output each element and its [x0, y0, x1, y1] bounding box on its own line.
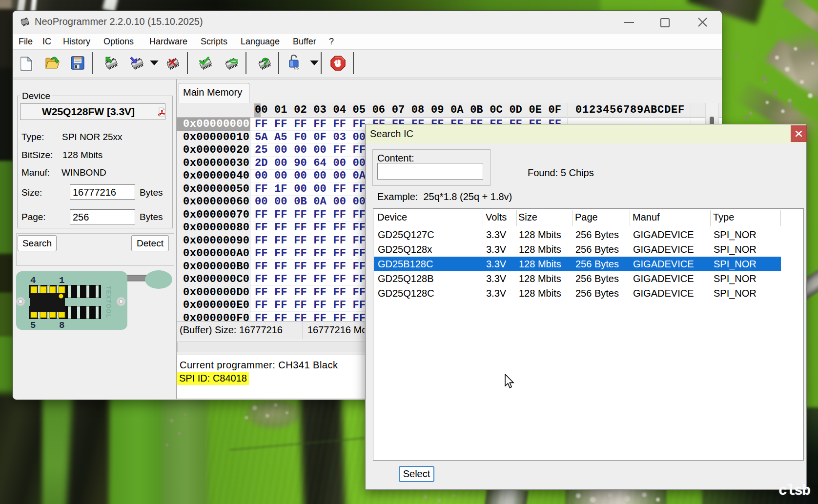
svg-text:8: 8: [59, 320, 64, 331]
svg-text:1: 1: [59, 275, 64, 286]
svg-text:?: ?: [262, 56, 269, 69]
svg-text:4: 4: [30, 275, 36, 286]
svg-text:5: 5: [30, 320, 36, 331]
svg-text:TEXTOOL: TEXTOOL: [105, 286, 112, 319]
